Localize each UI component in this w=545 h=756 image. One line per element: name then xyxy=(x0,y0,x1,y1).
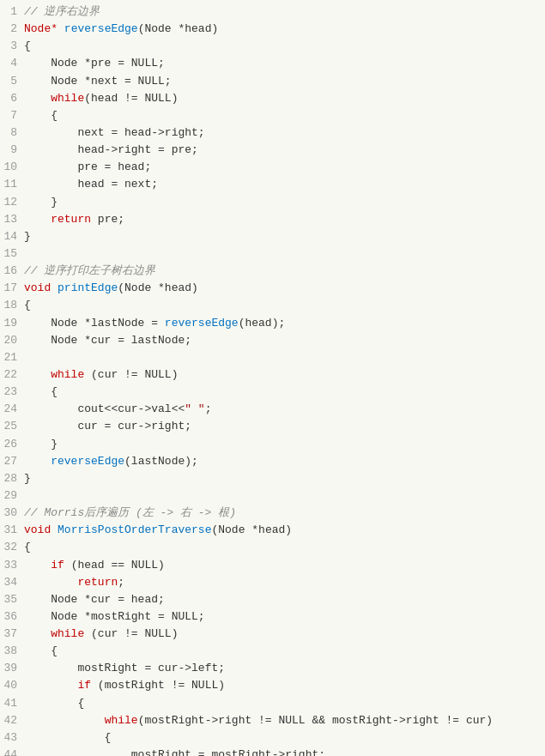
line-code xyxy=(24,487,545,505)
code-token: (Node *head) xyxy=(211,523,292,536)
table-row: 41 { xyxy=(0,695,545,712)
line-code: { xyxy=(24,107,545,124)
code-token xyxy=(51,523,58,536)
code-token xyxy=(58,22,64,35)
code-token: mostRight = mostRight->right; xyxy=(24,748,325,756)
code-container: 1// 逆序右边界2Node* reverseEdge(Node *head)3… xyxy=(0,0,545,756)
table-row: 38 { xyxy=(0,643,545,660)
table-row: 12 } xyxy=(0,194,545,211)
code-token: { xyxy=(24,644,58,657)
table-row: 26 } xyxy=(0,436,545,453)
code-token: ; xyxy=(118,576,124,589)
code-token: (mostRight != NULL) xyxy=(91,679,225,692)
line-number: 23 xyxy=(0,384,24,401)
line-code: Node *lastNode = reverseEdge(head); xyxy=(24,315,545,332)
line-code: { xyxy=(24,695,545,712)
code-token: cur = cur->right; xyxy=(24,420,191,432)
code-token: { xyxy=(24,731,111,744)
line-number: 15 xyxy=(0,245,24,263)
table-row: 14} xyxy=(0,228,545,245)
table-row: 20 Node *cur = lastNode; xyxy=(0,332,545,349)
code-token: reverseEdge xyxy=(51,455,124,468)
line-code: { xyxy=(24,384,545,401)
table-row: 37 while (cur != NULL) xyxy=(0,626,545,643)
code-token xyxy=(24,714,105,727)
code-token: void xyxy=(24,281,51,294)
line-code xyxy=(24,245,545,263)
line-number: 7 xyxy=(0,107,24,124)
line-number: 28 xyxy=(0,470,24,487)
line-number: 40 xyxy=(0,677,24,694)
line-number: 10 xyxy=(0,159,24,176)
code-token: printEdge xyxy=(58,281,118,294)
line-code: return; xyxy=(24,574,545,591)
line-code: Node *pre = NULL; xyxy=(24,55,545,72)
line-number: 35 xyxy=(0,591,24,608)
code-token: // 逆序右边界 xyxy=(24,5,100,18)
line-code: { xyxy=(24,729,545,747)
line-number: 32 xyxy=(0,539,24,556)
code-token: { xyxy=(24,697,84,710)
code-token: (Node *head) xyxy=(118,281,198,294)
code-token: { xyxy=(24,109,58,122)
table-row: 31void MorrisPostOrderTraverse(Node *hea… xyxy=(0,522,545,539)
line-number: 41 xyxy=(0,695,24,712)
code-token: (head); xyxy=(239,317,286,330)
code-token: while xyxy=(51,627,84,640)
code-token xyxy=(51,281,58,294)
table-row: 24 cout<<cur->val<<" "; xyxy=(0,401,545,418)
code-token: { xyxy=(24,385,58,398)
code-token: while xyxy=(51,92,84,105)
table-row: 2Node* reverseEdge(Node *head) xyxy=(0,21,545,38)
table-row: 1// 逆序右边界 xyxy=(0,3,545,21)
code-token: Node *pre = NULL; xyxy=(24,57,165,70)
code-token: MorrisPostOrderTraverse xyxy=(58,523,211,536)
table-row: 36 Node *mostRight = NULL; xyxy=(0,608,545,626)
line-number: 33 xyxy=(0,557,24,574)
line-code: } xyxy=(24,228,545,245)
table-row: 11 head = next; xyxy=(0,176,545,193)
line-code: Node *cur = head; xyxy=(24,591,545,608)
code-token: head->right = pre; xyxy=(24,143,198,156)
line-number: 31 xyxy=(0,522,24,539)
line-number: 6 xyxy=(0,90,24,107)
line-code: while(head != NULL) xyxy=(24,90,545,107)
code-token: Node *lastNode = xyxy=(24,317,165,330)
line-code: if (mostRight != NULL) xyxy=(24,677,545,694)
line-code: cur = cur->right; xyxy=(24,418,545,435)
code-token: (mostRight->right != NULL && mostRight->… xyxy=(138,714,493,727)
line-code: Node *mostRight = NULL; xyxy=(24,608,545,626)
line-code: { xyxy=(24,38,545,55)
table-row: 34 return; xyxy=(0,574,545,591)
line-number: 38 xyxy=(0,643,24,660)
line-number: 18 xyxy=(0,297,24,314)
table-row: 44 mostRight = mostRight->right; xyxy=(0,747,545,756)
line-number: 2 xyxy=(0,21,24,38)
line-code: // Morris后序遍历 (左 -> 右 -> 根) xyxy=(24,505,545,522)
table-row: 17void printEdge(Node *head) xyxy=(0,280,545,297)
code-token: { xyxy=(24,39,31,52)
line-code: Node* reverseEdge(Node *head) xyxy=(24,21,545,38)
table-row: 39 mostRight = cur->left; xyxy=(0,660,545,677)
table-row: 27 reverseEdge(lastNode); xyxy=(0,453,545,470)
table-row: 3{ xyxy=(0,38,545,55)
line-code: while (cur != NULL) xyxy=(24,366,545,384)
code-token: (cur != NULL) xyxy=(84,368,178,381)
line-number: 5 xyxy=(0,73,24,90)
line-number: 22 xyxy=(0,366,24,384)
line-code: { xyxy=(24,643,545,660)
table-row: 23 { xyxy=(0,384,545,401)
line-code: cout<<cur->val<<" "; xyxy=(24,401,545,418)
code-token: Node *cur = lastNode; xyxy=(24,334,191,347)
line-code: return pre; xyxy=(24,211,545,228)
line-number: 17 xyxy=(0,280,24,297)
line-number: 29 xyxy=(0,487,24,505)
code-token xyxy=(24,627,51,640)
code-token xyxy=(24,368,51,381)
line-code: void MorrisPostOrderTraverse(Node *head) xyxy=(24,522,545,539)
table-row: 19 Node *lastNode = reverseEdge(head); xyxy=(0,315,545,332)
code-token: ; xyxy=(205,402,212,415)
code-token: Node *mostRight = NULL; xyxy=(24,610,205,623)
line-number: 20 xyxy=(0,332,24,349)
line-number: 44 xyxy=(0,747,24,756)
